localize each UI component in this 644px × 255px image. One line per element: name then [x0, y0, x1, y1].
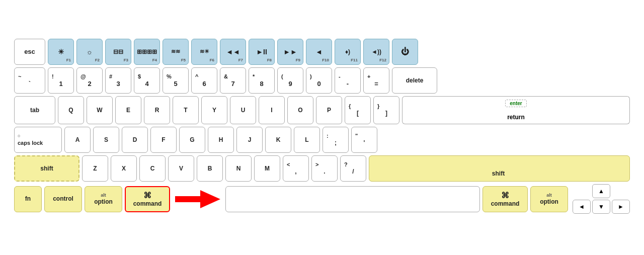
- key-w[interactable]: W: [87, 96, 113, 124]
- key-0[interactable]: ) 0: [306, 67, 332, 94]
- return-label: return: [507, 114, 525, 121]
- f7-icon: ◄◄: [226, 48, 240, 56]
- f1-icon: ☀: [58, 48, 64, 56]
- key-arrow-up[interactable]: ▲: [592, 184, 610, 198]
- key-arrow-left[interactable]: ◄: [573, 200, 591, 214]
- key-arrow-down[interactable]: ▼: [592, 200, 610, 214]
- key-comma[interactable]: < ,: [283, 155, 309, 182]
- f1-label: F1: [66, 58, 71, 63]
- tilde-top: ~: [17, 73, 21, 80]
- f12-label: F12: [379, 58, 386, 63]
- f9-icon: ►►: [283, 48, 297, 56]
- key-f1[interactable]: ☀ F1: [48, 39, 74, 65]
- key-n[interactable]: N: [225, 155, 252, 182]
- key-option-left[interactable]: alt option: [85, 186, 122, 212]
- key-a[interactable]: A: [64, 127, 91, 153]
- key-f11[interactable]: ♦) F11: [335, 39, 361, 65]
- key-minus[interactable]: - -: [335, 67, 361, 94]
- key-left-bracket[interactable]: { [: [345, 96, 371, 124]
- key-z[interactable]: Z: [82, 155, 108, 182]
- key-f4[interactable]: ⊞⊞⊞⊞ F4: [134, 39, 160, 65]
- key-5[interactable]: % 5: [163, 67, 189, 94]
- key-slash[interactable]: ? /: [340, 155, 366, 182]
- key-f2[interactable]: ☼ F2: [76, 39, 103, 65]
- key-g[interactable]: G: [179, 127, 205, 153]
- key-control[interactable]: control: [44, 186, 82, 212]
- key-shift-left[interactable]: shift: [14, 155, 79, 182]
- f8-icon: ►II: [256, 48, 267, 56]
- key-option-right[interactable]: alt option: [530, 186, 568, 212]
- key-f6[interactable]: ≋☀ F6: [191, 39, 217, 65]
- key-o[interactable]: O: [287, 96, 313, 124]
- key-spacebar[interactable]: [225, 186, 480, 212]
- f4-icon: ⊞⊞⊞⊞: [137, 48, 157, 55]
- key-l[interactable]: L: [294, 127, 320, 153]
- key-f3[interactable]: ⊟⊟ F3: [105, 39, 131, 65]
- key-fn[interactable]: fn: [14, 186, 42, 212]
- key-b[interactable]: B: [197, 155, 223, 182]
- key-period[interactable]: > .: [311, 155, 338, 182]
- key-f7[interactable]: ◄◄ F7: [220, 39, 246, 65]
- key-tab[interactable]: tab: [14, 96, 55, 124]
- key-semicolon[interactable]: : ;: [323, 127, 349, 153]
- key-y[interactable]: Y: [201, 96, 227, 124]
- key-shift-right[interactable]: shift: [369, 155, 630, 182]
- key-p[interactable]: P: [316, 96, 342, 124]
- power-icon: ⏻: [401, 47, 409, 56]
- return-key-spacer: [380, 127, 630, 153]
- key-d[interactable]: D: [122, 127, 148, 153]
- key-v[interactable]: V: [168, 155, 194, 182]
- key-6[interactable]: ^ 6: [191, 67, 217, 94]
- key-7[interactable]: & 7: [220, 67, 246, 94]
- key-e[interactable]: E: [115, 96, 141, 124]
- zxcv-row: shift Z X C V B N M < , > . ? / shift: [14, 155, 630, 182]
- key-r[interactable]: R: [144, 96, 170, 124]
- option-right-label: option: [540, 198, 558, 205]
- key-f8[interactable]: ►II F8: [249, 39, 275, 65]
- enter-label: enter: [505, 100, 526, 107]
- f11-label: F11: [351, 58, 358, 63]
- key-2[interactable]: @ 2: [76, 67, 103, 94]
- red-arrow-svg: [175, 188, 220, 210]
- key-arrow-right[interactable]: ►: [612, 200, 630, 214]
- key-command-left[interactable]: ⌘ command: [125, 186, 170, 212]
- f7-label: F7: [238, 58, 243, 63]
- command-right-symbol: ⌘: [501, 191, 509, 200]
- key-u[interactable]: U: [230, 96, 256, 124]
- key-1[interactable]: ! 1: [48, 67, 74, 94]
- key-t[interactable]: T: [173, 96, 199, 124]
- key-right-bracket[interactable]: } ]: [373, 96, 399, 124]
- key-delete[interactable]: delete: [392, 67, 437, 94]
- key-x[interactable]: X: [111, 155, 137, 182]
- f3-label: F3: [124, 58, 128, 63]
- function-row: esc ☀ F1 ☼ F2 ⊟⊟ F3 ⊞⊞⊞⊞ F4 ≋≋ F5 ≋☀ F6 …: [14, 39, 630, 65]
- key-9[interactable]: ( 9: [277, 67, 303, 94]
- key-h[interactable]: H: [208, 127, 234, 153]
- key-c[interactable]: C: [139, 155, 166, 182]
- key-quote[interactable]: " ': [351, 127, 377, 153]
- key-s[interactable]: S: [93, 127, 119, 153]
- f6-label: F6: [210, 58, 214, 63]
- key-3[interactable]: # 3: [105, 67, 131, 94]
- key-f10[interactable]: ◄ F10: [306, 39, 332, 65]
- key-f9[interactable]: ►► F9: [277, 39, 303, 65]
- key-m[interactable]: M: [254, 155, 280, 182]
- key-esc[interactable]: esc: [14, 39, 45, 65]
- key-equals[interactable]: + =: [363, 67, 389, 94]
- key-tilde[interactable]: ~ `: [14, 67, 45, 94]
- key-k[interactable]: K: [265, 127, 291, 153]
- nav-up-row: ▲: [573, 184, 630, 198]
- key-8[interactable]: * 8: [249, 67, 275, 94]
- key-command-right[interactable]: ⌘ command: [482, 186, 528, 212]
- key-f[interactable]: F: [150, 127, 177, 153]
- key-f5[interactable]: ≋≋ F5: [163, 39, 189, 65]
- f11-icon: ♦): [345, 48, 350, 55]
- key-caps-lock[interactable]: ○ caps lock: [14, 127, 62, 153]
- key-f12[interactable]: ◄)) F12: [363, 39, 389, 65]
- key-q[interactable]: Q: [58, 96, 84, 124]
- key-i[interactable]: I: [259, 96, 285, 124]
- key-4[interactable]: $ 4: [134, 67, 160, 94]
- enter-key-wrapper[interactable]: enter return: [402, 96, 630, 124]
- key-j[interactable]: J: [236, 127, 263, 153]
- key-power[interactable]: ⏻: [392, 39, 418, 65]
